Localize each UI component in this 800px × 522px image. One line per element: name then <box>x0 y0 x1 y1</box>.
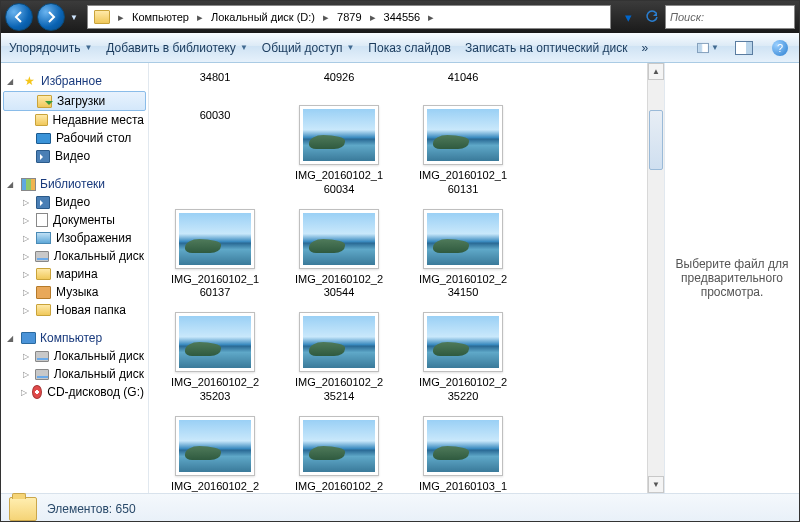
file-name: IMG_20160103_122602 <box>419 480 507 494</box>
nav-forward-button[interactable] <box>37 3 65 31</box>
file-item[interactable]: IMG_20160102_235315 <box>155 412 275 494</box>
sidebar-item[interactable]: ▷Видео <box>1 147 148 165</box>
file-thumbnail <box>299 416 379 476</box>
libraries-header[interactable]: ◢ Библиотеки <box>1 175 148 193</box>
file-thumbnail <box>423 209 503 269</box>
favorites-header[interactable]: ◢★ Избранное <box>1 71 148 91</box>
file-item[interactable]: 40926 <box>279 63 399 97</box>
expand-icon: ▷ <box>21 306 31 315</box>
desk-icon <box>36 133 51 144</box>
nav-back-button[interactable] <box>5 3 33 31</box>
sidebar-item[interactable]: ▷Документы <box>1 211 148 229</box>
file-thumbnail <box>423 312 503 372</box>
sidebar-item[interactable]: ▷Рабочий стол <box>1 129 148 147</box>
sidebar-item[interactable]: ▷Загрузки <box>3 91 146 111</box>
file-item[interactable]: IMG_20160102_160131 <box>403 101 523 201</box>
search-input[interactable]: Поиск: <box>665 5 795 29</box>
breadcrumb-segment[interactable]: Локальный диск (D:) <box>205 6 321 28</box>
drv-icon <box>35 251 49 262</box>
file-item[interactable]: IMG_20160102_235214 <box>279 308 399 408</box>
img-icon <box>36 232 51 244</box>
sidebar-item-label: Изображения <box>56 231 131 245</box>
file-item[interactable]: IMG_20160102_235220 <box>403 308 523 408</box>
burn-button[interactable]: Записать на оптический диск <box>465 41 628 55</box>
add-to-library-menu[interactable]: Добавить в библиотеку▼ <box>106 41 247 55</box>
vertical-scrollbar[interactable]: ▲ ▼ <box>647 63 664 493</box>
breadcrumb-segment[interactable]: 344556 <box>378 6 427 28</box>
file-item[interactable]: IMG_20160102_160137 <box>155 205 275 305</box>
file-name: IMG_20160102_235220 <box>419 376 507 404</box>
file-item[interactable]: IMG_20160102_235203 <box>155 308 275 408</box>
history-dropdown[interactable]: ▼ <box>67 4 81 30</box>
file-item[interactable]: IMG_20160102_235328 <box>279 412 399 494</box>
sidebar-item[interactable]: ▷Изображения <box>1 229 148 247</box>
expand-icon: ▷ <box>21 198 31 207</box>
sidebar-item-label: Локальный диск <box>54 367 144 381</box>
expand-icon: ▷ <box>21 216 31 225</box>
folder-icon <box>94 10 110 24</box>
sidebar-item-label: Локальный диск <box>54 349 144 363</box>
folder-icon <box>35 114 48 126</box>
navigation-pane: ◢★ Избранное ▷Загрузки▷Недавние места▷Ра… <box>1 63 149 493</box>
sidebar-item-label: Недавние места <box>53 113 144 127</box>
scroll-track[interactable] <box>648 80 664 476</box>
file-name: IMG_20160102_160034 <box>295 169 383 197</box>
sidebar-item[interactable]: ▷Локальный диск <box>1 347 148 365</box>
preview-pane-button[interactable] <box>733 37 755 59</box>
file-name: IMG_20160102_160137 <box>171 273 259 301</box>
expand-icon: ▷ <box>21 388 27 397</box>
file-item[interactable]: IMG_20160102_160034 <box>279 101 399 201</box>
sidebar-item[interactable]: ▷Локальный диск <box>1 365 148 383</box>
sidebar-item[interactable]: ▷Локальный диск <box>1 247 148 265</box>
sidebar-item[interactable]: ▷Недавние места <box>1 111 148 129</box>
file-name: IMG_20160102_235214 <box>295 376 383 404</box>
scroll-up-button[interactable]: ▲ <box>648 63 664 80</box>
breadcrumb-segment[interactable]: 7879 <box>331 6 367 28</box>
slideshow-button[interactable]: Показ слайдов <box>368 41 451 55</box>
star-icon: ★ <box>21 73 37 89</box>
breadcrumb-segment[interactable]: Компьютер <box>126 6 195 28</box>
computer-icon <box>21 332 36 344</box>
scroll-down-button[interactable]: ▼ <box>648 476 664 493</box>
address-dropdown[interactable]: ▾ <box>617 6 639 28</box>
libraries-icon <box>21 178 36 191</box>
file-name: IMG_20160102_235328 <box>295 480 383 494</box>
share-menu[interactable]: Общий доступ▼ <box>262 41 355 55</box>
sidebar-item-label: Видео <box>55 195 90 209</box>
help-button[interactable]: ? <box>769 37 791 59</box>
toolbar-overflow[interactable]: » <box>641 41 648 55</box>
sidebar-item-label: Документы <box>53 213 115 227</box>
file-thumbnail <box>423 105 503 165</box>
search-placeholder: Поиск: <box>670 11 704 23</box>
scroll-thumb[interactable] <box>649 110 663 170</box>
expand-icon: ▷ <box>21 370 30 379</box>
file-list[interactable]: 34801409264104660030IMG_20160102_160034I… <box>149 63 647 493</box>
file-item[interactable]: 41046 <box>403 63 523 97</box>
folder-icon <box>36 268 51 280</box>
view-options-button[interactable]: ▼ <box>697 37 719 59</box>
organize-menu[interactable]: Упорядочить▼ <box>9 41 92 55</box>
file-name: 40926 <box>324 71 355 85</box>
file-item[interactable]: IMG_20160103_122602 <box>403 412 523 494</box>
sidebar-item[interactable]: ▷Новая папка <box>1 301 148 319</box>
sidebar-item[interactable]: ▷Видео <box>1 193 148 211</box>
address-bar[interactable]: ▸ Компьютер ▸ Локальный диск (D:) ▸ 7879… <box>87 5 611 29</box>
file-item[interactable]: 34801 <box>155 63 275 97</box>
file-item[interactable]: 60030 <box>155 101 275 135</box>
file-thumbnail <box>299 209 379 269</box>
expand-icon: ▷ <box>21 270 31 279</box>
sidebar-item[interactable]: ▷марина <box>1 265 148 283</box>
file-item[interactable]: IMG_20160102_230544 <box>279 205 399 305</box>
folder-icon <box>9 497 37 521</box>
computer-header[interactable]: ◢ Компьютер <box>1 329 148 347</box>
file-item[interactable]: IMG_20160102_234150 <box>403 205 523 305</box>
refresh-button[interactable] <box>641 6 663 28</box>
sidebar-item-label: Музыка <box>56 285 98 299</box>
folder-icon <box>36 304 51 316</box>
sidebar-item-label: Новая папка <box>56 303 126 317</box>
sidebar-item[interactable]: ▷CD-дисковод (G:) <box>1 383 148 401</box>
sidebar-item[interactable]: ▷Музыка <box>1 283 148 301</box>
file-thumbnail <box>299 312 379 372</box>
expand-icon: ▷ <box>21 288 31 297</box>
sidebar-item-label: Локальный диск <box>54 249 144 263</box>
